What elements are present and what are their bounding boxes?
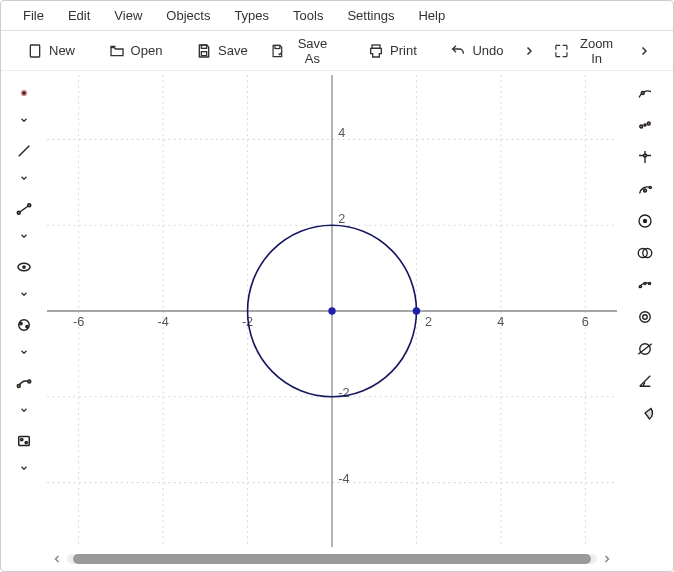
conic-tool-expand[interactable] <box>12 343 36 361</box>
menu-edit[interactable]: Edit <box>56 2 102 29</box>
intersect-circles-icon[interactable] <box>633 241 657 265</box>
svg-point-39 <box>644 189 647 192</box>
svg-point-33 <box>640 125 643 128</box>
saveas-icon <box>270 43 285 59</box>
sector-icon[interactable] <box>633 401 657 425</box>
line-tool-expand[interactable] <box>12 169 36 187</box>
y-label-2: 2 <box>338 211 345 226</box>
svg-point-45 <box>639 285 641 287</box>
scroll-right-button[interactable] <box>599 551 615 567</box>
hscroll-track[interactable] <box>67 554 597 564</box>
arc-center-icon[interactable] <box>633 177 657 201</box>
svg-rect-3 <box>275 45 280 48</box>
menu-view[interactable]: View <box>102 2 154 29</box>
x-label-6: 6 <box>582 314 589 329</box>
zoomin-button[interactable]: Zoom In <box>546 32 627 70</box>
svg-point-15 <box>17 385 20 388</box>
y-label-n4: -4 <box>338 471 349 486</box>
radius-point[interactable] <box>413 307 420 315</box>
svg-point-16 <box>28 380 31 383</box>
toolbar-more-1[interactable] <box>517 39 539 63</box>
left-tool-palette <box>1 71 47 571</box>
save-button[interactable]: Save <box>188 39 256 63</box>
svg-line-6 <box>19 146 30 157</box>
menu-help[interactable]: Help <box>406 2 457 29</box>
ellipse-tool[interactable] <box>12 255 36 279</box>
segment-tool-expand[interactable] <box>12 227 36 245</box>
line-tool[interactable] <box>12 139 36 163</box>
svg-point-48 <box>640 312 651 323</box>
menu-tools[interactable]: Tools <box>281 2 335 29</box>
new-icon <box>27 43 43 59</box>
intersection-icon[interactable] <box>633 145 657 169</box>
midpoint-icon[interactable] <box>633 113 657 137</box>
drawing-canvas[interactable]: -6 -4 -2 2 4 6 4 2 -2 -4 <box>47 75 617 547</box>
chevron-right-icon <box>638 45 650 57</box>
svg-point-34 <box>647 122 650 125</box>
svg-point-46 <box>644 282 646 284</box>
svg-point-8 <box>17 211 20 214</box>
text-tool-expand[interactable] <box>12 459 36 477</box>
svg-point-40 <box>649 186 651 188</box>
ellipse-tool-expand[interactable] <box>12 285 36 303</box>
zoomin-label: Zoom In <box>575 36 619 66</box>
svg-rect-1 <box>201 45 206 48</box>
print-icon <box>368 43 384 59</box>
print-label: Print <box>390 43 417 58</box>
svg-point-5 <box>22 91 27 96</box>
x-label-4: 4 <box>497 314 504 329</box>
toolbar-more-2[interactable] <box>633 39 655 63</box>
point-on-object-icon[interactable] <box>633 81 657 105</box>
svg-rect-0 <box>30 45 39 57</box>
svg-point-38 <box>644 154 647 157</box>
open-button[interactable]: Open <box>101 39 171 63</box>
open-label: Open <box>131 43 163 58</box>
menu-types[interactable]: Types <box>222 2 281 29</box>
svg-point-18 <box>21 438 23 440</box>
menu-file[interactable]: File <box>11 2 56 29</box>
svg-point-49 <box>643 315 648 320</box>
segment-tool[interactable] <box>12 197 36 221</box>
circle-radius-icon[interactable] <box>633 305 657 329</box>
saveas-button[interactable]: Save As <box>262 32 343 70</box>
angle-icon[interactable] <box>633 369 657 393</box>
saveas-label: Save As <box>290 36 334 66</box>
transform-tool-expand[interactable] <box>12 401 36 419</box>
menu-settings[interactable]: Settings <box>335 2 406 29</box>
point-tool-expand[interactable] <box>12 111 36 129</box>
print-button[interactable]: Print <box>360 39 425 63</box>
menubar: File Edit View Objects Types Tools Setti… <box>1 1 673 31</box>
menu-objects[interactable]: Objects <box>154 2 222 29</box>
undo-icon <box>450 43 466 59</box>
hscroll-thumb[interactable] <box>73 554 591 564</box>
svg-point-32 <box>641 92 644 95</box>
right-tool-palette <box>617 71 673 571</box>
center-point[interactable] <box>328 307 335 315</box>
svg-point-11 <box>23 266 25 268</box>
chevron-right-icon <box>523 45 535 57</box>
canvas-area: -6 -4 -2 2 4 6 4 2 -2 -4 <box>47 71 617 571</box>
text-tool[interactable] <box>12 429 36 453</box>
svg-point-35 <box>644 124 646 126</box>
svg-point-47 <box>648 282 650 284</box>
ellipse-arc-icon[interactable] <box>633 337 657 361</box>
svg-rect-2 <box>201 51 206 55</box>
y-label-n2: -2 <box>338 385 349 400</box>
tangent-arc-icon[interactable] <box>633 273 657 297</box>
undo-button[interactable]: Undo <box>442 39 511 63</box>
horizontal-scrollbar[interactable] <box>47 553 617 571</box>
toolbar: New Open Save Save As Print Undo <box>1 31 673 71</box>
zoomin-icon <box>554 43 569 59</box>
undo-label: Undo <box>472 43 503 58</box>
svg-point-42 <box>644 220 647 223</box>
transform-tool[interactable] <box>12 371 36 395</box>
conic-tool[interactable] <box>12 313 36 337</box>
scroll-left-button[interactable] <box>49 551 65 567</box>
point-tool[interactable] <box>12 81 36 105</box>
svg-point-19 <box>25 441 27 443</box>
circle-center-icon[interactable] <box>633 209 657 233</box>
save-label: Save <box>218 43 248 58</box>
new-button[interactable]: New <box>19 39 83 63</box>
y-label-4: 4 <box>338 125 345 140</box>
svg-rect-17 <box>19 437 30 446</box>
